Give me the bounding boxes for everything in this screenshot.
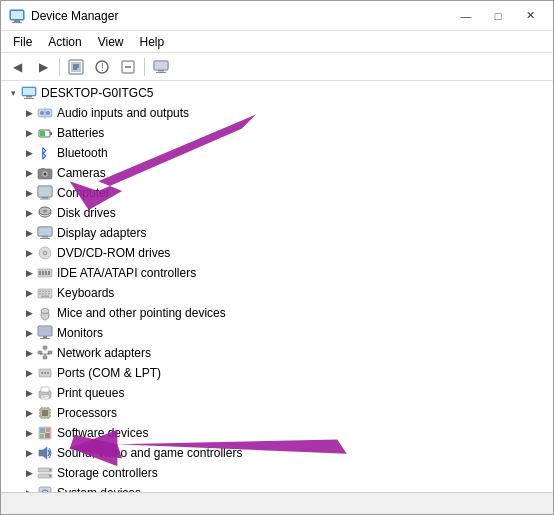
tree-item-batteries[interactable]: ▶ Batteries: [1, 123, 553, 143]
bluetooth-icon: ᛒ: [37, 145, 53, 161]
expand-monitors[interactable]: ▶: [21, 325, 37, 341]
expand-bluetooth[interactable]: ▶: [21, 145, 37, 161]
maximize-button[interactable]: □: [483, 6, 513, 26]
svg-text:!: !: [101, 62, 104, 73]
update-button[interactable]: !: [90, 56, 114, 78]
mice-icon: [37, 305, 53, 321]
svg-rect-26: [50, 132, 52, 135]
expand-keyboards[interactable]: ▶: [21, 285, 37, 301]
svg-point-80: [47, 372, 49, 374]
tree-item-disk[interactable]: ▶ Disk drives: [1, 203, 553, 223]
tree-item-ide[interactable]: ▶ IDE ATA/ATAPI controllers: [1, 263, 553, 283]
system-label: System devices: [57, 486, 141, 492]
svg-rect-55: [45, 291, 47, 293]
menu-bar: File Action View Help: [1, 31, 553, 53]
expand-software[interactable]: ▶: [21, 425, 37, 441]
svg-rect-35: [42, 197, 48, 199]
window-controls: — □ ✕: [451, 6, 545, 26]
menu-action[interactable]: Action: [40, 33, 89, 51]
svg-rect-51: [48, 271, 50, 275]
tree-item-mice[interactable]: ▶ Mice and other pointing devices: [1, 303, 553, 323]
back-button[interactable]: ◀: [5, 56, 29, 78]
tree-item-ports[interactable]: ▶ Ports (COM & LPT): [1, 363, 553, 383]
svg-rect-69: [43, 346, 47, 349]
minimize-button[interactable]: —: [451, 6, 481, 26]
svg-rect-42: [42, 236, 48, 238]
expand-storage[interactable]: ▶: [21, 465, 37, 481]
svg-point-64: [41, 309, 49, 314]
svg-rect-32: [41, 168, 45, 170]
dvd-label: DVD/CD-ROM drives: [57, 246, 170, 260]
svg-text:ᛒ: ᛒ: [40, 146, 48, 161]
expand-processors[interactable]: ▶: [21, 405, 37, 421]
svg-point-39: [43, 210, 47, 213]
expand-ports[interactable]: ▶: [21, 365, 37, 381]
display-button[interactable]: [149, 56, 173, 78]
display-icon: [37, 225, 53, 241]
sound-label: Sound, video and game controllers: [57, 446, 242, 460]
forward-button[interactable]: ▶: [31, 56, 55, 78]
tree-item-network[interactable]: ▶ Network adapters: [1, 343, 553, 363]
tree-item-storage[interactable]: ▶ Storage controllers: [1, 463, 553, 483]
menu-view[interactable]: View: [90, 33, 132, 51]
expand-system[interactable]: ▶: [21, 485, 37, 492]
tree-item-dvd[interactable]: ▶ DVD/CD-ROM drives: [1, 243, 553, 263]
svg-rect-58: [42, 293, 44, 295]
processors-icon: [37, 405, 53, 421]
tree-item-audio[interactable]: ▶ Audio inputs and outputs: [1, 103, 553, 123]
svg-point-79: [44, 372, 46, 374]
device-tree: ▾ DESKTOP-G0ITGC5 ▶: [1, 81, 553, 492]
svg-rect-66: [39, 327, 51, 335]
expand-sound[interactable]: ▶: [21, 445, 37, 461]
tree-item-keyboards[interactable]: ▶ Keyboards: [1, 283, 553, 303]
svg-rect-20: [24, 98, 34, 99]
software-label: Software devices: [57, 426, 148, 440]
expand-mice[interactable]: ▶: [21, 305, 37, 321]
properties-button[interactable]: [64, 56, 88, 78]
expand-network[interactable]: ▶: [21, 345, 37, 361]
ports-icon: [37, 365, 53, 381]
uninstall-button[interactable]: [116, 56, 140, 78]
tree-item-monitors[interactable]: ▶ Monitors: [1, 323, 553, 343]
expand-audio[interactable]: ▶: [21, 105, 37, 121]
expand-ide[interactable]: ▶: [21, 265, 37, 281]
dvd-icon: [37, 245, 53, 261]
tree-item-display[interactable]: ▶ Display adapters: [1, 223, 553, 243]
expand-root[interactable]: ▾: [5, 85, 21, 101]
tree-item-software[interactable]: ▶ Software devices: [1, 423, 553, 443]
svg-rect-60: [48, 293, 50, 295]
tree-root[interactable]: ▾ DESKTOP-G0ITGC5: [1, 83, 553, 103]
expand-disk[interactable]: ▶: [21, 205, 37, 221]
svg-rect-68: [40, 338, 50, 339]
tree-item-bluetooth[interactable]: ▶ ᛒ Bluetooth: [1, 143, 553, 163]
tree-item-sound[interactable]: ▶ Sound, video and game controllers: [1, 443, 553, 463]
expand-batteries[interactable]: ▶: [21, 125, 37, 141]
monitors-icon: [37, 325, 53, 341]
svg-rect-3: [11, 11, 23, 19]
audio-icon: [37, 105, 53, 121]
svg-rect-71: [48, 351, 52, 354]
expand-cameras[interactable]: ▶: [21, 165, 37, 181]
tree-item-cameras[interactable]: ▶ Cameras: [1, 163, 553, 183]
svg-point-31: [44, 173, 47, 176]
tree-item-processors[interactable]: ▶: [1, 403, 553, 423]
tree-item-system[interactable]: ▶ System devices: [1, 483, 553, 492]
system-icon: [37, 485, 53, 492]
svg-rect-59: [45, 293, 47, 295]
expand-display[interactable]: ▶: [21, 225, 37, 241]
computer-icon: [37, 185, 53, 201]
tree-item-print[interactable]: ▶ Print queues: [1, 383, 553, 403]
ide-label: IDE ATA/ATAPI controllers: [57, 266, 196, 280]
close-button[interactable]: ✕: [515, 6, 545, 26]
svg-rect-83: [41, 395, 49, 399]
svg-rect-19: [26, 96, 32, 98]
svg-rect-34: [39, 187, 51, 196]
expand-dvd[interactable]: ▶: [21, 245, 37, 261]
menu-file[interactable]: File: [5, 33, 40, 51]
menu-help[interactable]: Help: [132, 33, 173, 51]
expand-computer[interactable]: ▶: [21, 185, 37, 201]
svg-rect-101: [40, 428, 45, 433]
expand-print[interactable]: ▶: [21, 385, 37, 401]
svg-rect-57: [39, 293, 41, 295]
tree-item-computer[interactable]: ▶ Computer: [1, 183, 553, 203]
